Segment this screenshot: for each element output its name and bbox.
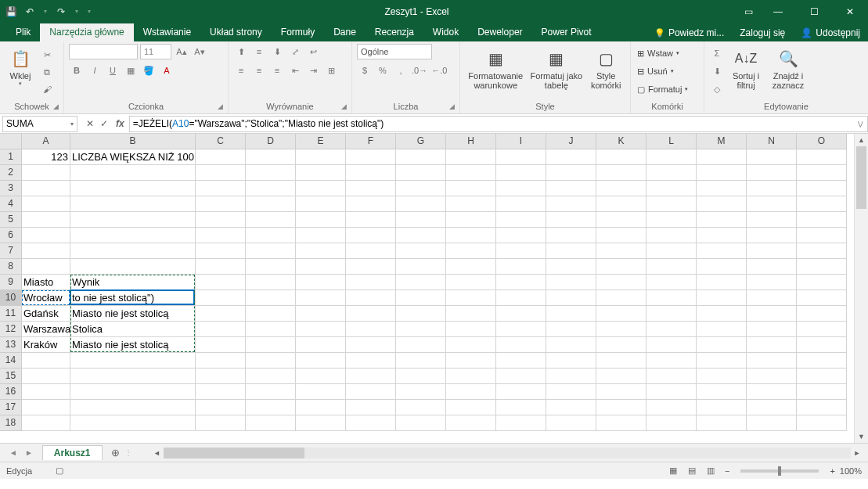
cell-K5[interactable] [596,212,646,228]
cell-F8[interactable] [346,259,396,275]
tab-insert[interactable]: Wstawianie [134,23,200,41]
cell-M5[interactable] [697,212,747,228]
number-format-combo[interactable]: Ogólne [357,44,432,59]
cell-N11[interactable] [747,306,797,322]
cell-K18[interactable] [596,415,646,431]
zoom-in-icon[interactable]: + [830,466,834,476]
cell-C11[interactable] [196,306,246,322]
zoom-slider[interactable] [740,469,819,473]
cell-H3[interactable] [446,181,496,196]
cell-F10[interactable] [346,290,396,306]
cell-D4[interactable] [246,196,296,212]
cell-H6[interactable] [446,228,496,243]
cell-F17[interactable] [346,400,396,415]
increase-indent-icon[interactable]: ⇥ [305,63,321,78]
cell-J15[interactable] [546,369,596,384]
cell-L16[interactable] [646,384,697,400]
cell-A7[interactable] [22,243,70,259]
cell-N15[interactable] [747,369,797,384]
cell-A17[interactable] [22,400,70,415]
cell-I3[interactable] [496,181,546,196]
cell-A18[interactable] [22,415,70,431]
cell-C13[interactable] [196,337,246,353]
cell-L12[interactable] [646,322,697,337]
formula-input[interactable]: =JEŻELI(A10="Warszawa";"Stolica";"Miasto… [129,116,854,132]
cell-K17[interactable] [596,400,646,415]
cell-L3[interactable] [646,181,697,196]
cell-L15[interactable] [646,369,697,384]
autosum-icon[interactable]: Σ [709,45,725,61]
cell-B3[interactable] [70,181,196,196]
row-header[interactable]: 14 [0,353,22,369]
cell-L9[interactable] [646,275,697,290]
minimize-button[interactable]: — [760,0,796,23]
cell-D9[interactable] [246,275,296,290]
cell-K15[interactable] [596,369,646,384]
align-right-icon[interactable]: ≡ [269,63,285,78]
dialog-launcher-icon[interactable]: ◢ [218,102,223,110]
tab-pagelayout[interactable]: Układ strony [200,23,272,41]
cell-L8[interactable] [646,259,697,275]
cell-K12[interactable] [596,322,646,337]
column-header[interactable]: A [22,134,70,149]
cell-C4[interactable] [196,196,246,212]
cell-F16[interactable] [346,384,396,400]
zoom-level[interactable]: 100% [840,466,862,476]
cell-H11[interactable] [446,306,496,322]
cell-M13[interactable] [697,337,747,353]
accounting-format-icon[interactable]: $ [357,63,373,78]
cell-L1[interactable] [646,149,697,165]
cell-A1[interactable]: 123 [22,149,70,165]
cell-G13[interactable] [396,337,446,353]
cell-L14[interactable] [646,353,697,369]
cell-F5[interactable] [346,212,396,228]
cell-F14[interactable] [346,353,396,369]
cell-J10[interactable] [546,290,596,306]
cell-I4[interactable] [496,196,546,212]
cell-K16[interactable] [596,384,646,400]
row-header[interactable]: 10 [0,290,22,306]
cell-O6[interactable] [797,228,847,243]
cell-C10[interactable] [196,290,246,306]
cell-A12[interactable]: Warszawa [22,322,70,337]
column-header[interactable]: G [396,134,446,149]
cell-C5[interactable] [196,212,246,228]
cell-B1[interactable]: LICZBA WIĘKSZA NIŻ 100 [70,149,196,165]
cell-A2[interactable] [22,165,70,181]
cell-H16[interactable] [446,384,496,400]
cell-E2[interactable] [296,165,346,181]
cell-O5[interactable] [797,212,847,228]
cell-D16[interactable] [246,384,296,400]
cell-M1[interactable] [697,149,747,165]
cell-I10[interactable] [496,290,546,306]
cell-N2[interactable] [747,165,797,181]
cell-D2[interactable] [246,165,296,181]
cell-B4[interactable] [70,196,196,212]
cell-E11[interactable] [296,306,346,322]
column-header[interactable]: E [296,134,346,149]
cell-J1[interactable] [546,149,596,165]
cell-C18[interactable] [196,415,246,431]
cell-J18[interactable] [546,415,596,431]
cell-M18[interactable] [697,415,747,431]
cell-G16[interactable] [396,384,446,400]
cell-N1[interactable] [747,149,797,165]
tab-data[interactable]: Dane [324,23,366,41]
cell-N7[interactable] [747,243,797,259]
row-header[interactable]: 4 [0,196,22,212]
cell-K10[interactable] [596,290,646,306]
cell-J9[interactable] [546,275,596,290]
cell-A8[interactable] [22,259,70,275]
cell-M2[interactable] [697,165,747,181]
wrap-text-icon[interactable]: ↩ [305,44,321,59]
cell-M12[interactable] [697,322,747,337]
cell-O17[interactable] [797,400,847,415]
cell-K14[interactable] [596,353,646,369]
cell-H7[interactable] [446,243,496,259]
cell-A5[interactable] [22,212,70,228]
cell-O11[interactable] [797,306,847,322]
cell-L5[interactable] [646,212,697,228]
align-top-icon[interactable]: ⬆ [233,44,249,59]
cell-N8[interactable] [747,259,797,275]
cell-H15[interactable] [446,369,496,384]
